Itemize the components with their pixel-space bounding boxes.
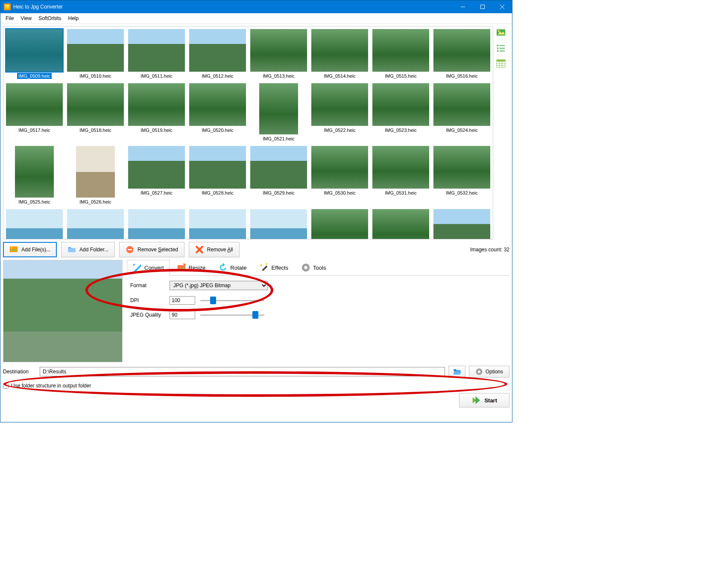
thumbnail-item[interactable]: IMG_0523.heic bbox=[372, 82, 430, 143]
add-folder-button[interactable]: Add Folder... bbox=[61, 242, 115, 257]
tab-rotate[interactable]: Rotate bbox=[213, 260, 252, 275]
thumbnail-item[interactable]: IMG_0529.heic bbox=[249, 145, 308, 206]
tab-tools[interactable]: Tools bbox=[296, 260, 331, 275]
thumbnail-item[interactable]: IMG_0532.heic bbox=[433, 145, 491, 206]
remove-selected-label: Remove Selected bbox=[138, 247, 178, 253]
tab-rotate-label: Rotate bbox=[230, 265, 246, 271]
thumbnail-item[interactable]: IMG_0539.heic bbox=[372, 208, 430, 239]
thumbnail-item[interactable]: IMG_0536.heic bbox=[188, 208, 247, 239]
thumbnail-filename: IMG_0523.heic bbox=[383, 127, 418, 133]
menu-softorbits[interactable]: SoftOrbits bbox=[35, 14, 64, 23]
thumbnail-item[interactable]: IMG_0511.heic bbox=[127, 28, 186, 80]
thumbnail-filename: IMG_0524.heic bbox=[445, 127, 479, 133]
tab-effects[interactable]: Effects bbox=[254, 260, 294, 275]
svg-rect-13 bbox=[497, 60, 505, 62]
menu-view[interactable]: View bbox=[17, 14, 35, 23]
thumbnail-item[interactable]: IMG_0540.heic bbox=[433, 208, 491, 239]
menu-help[interactable]: Help bbox=[65, 14, 82, 23]
gear-icon bbox=[475, 368, 483, 376]
format-select[interactable]: JPG (*.jpg) JPEG Bitmap bbox=[170, 281, 268, 290]
remove-all-label: Remove All bbox=[207, 247, 233, 253]
thumbnail-item[interactable]: IMG_0538.heic bbox=[310, 208, 369, 239]
thumbnail-filename: IMG_0509.heic bbox=[17, 73, 52, 79]
remove-selected-button[interactable]: Remove Selected bbox=[119, 242, 184, 257]
view-list-icon[interactable] bbox=[495, 42, 507, 54]
dpi-input[interactable] bbox=[170, 296, 195, 305]
thumbnail-item[interactable]: IMG_0527.heic bbox=[127, 145, 186, 206]
thumbnail-item[interactable]: IMG_0534.heic bbox=[66, 208, 125, 239]
thumbnail-item[interactable]: IMG_0522.heic bbox=[310, 82, 369, 143]
menu-file[interactable]: File bbox=[2, 14, 17, 23]
browse-button[interactable] bbox=[448, 366, 465, 378]
thumbnail-item[interactable]: IMG_0521.heic bbox=[249, 82, 308, 143]
thumbnail-grid[interactable]: IMG_0509.heicIMG_0510.heicIMG_0511.heicI… bbox=[3, 26, 493, 239]
thumbnail-image bbox=[128, 83, 185, 126]
tab-effects-label: Effects bbox=[272, 265, 289, 271]
quality-slider[interactable] bbox=[200, 314, 264, 316]
maximize-button[interactable] bbox=[473, 0, 492, 13]
svg-point-35 bbox=[304, 266, 307, 269]
thumbnail-filename: IMG_0528.heic bbox=[200, 190, 235, 196]
svg-rect-12 bbox=[499, 51, 505, 52]
thumbnail-image bbox=[250, 29, 307, 72]
tab-resize[interactable]: Resize bbox=[171, 260, 211, 275]
minimize-button[interactable] bbox=[453, 0, 473, 13]
tab-convert-label: Convert bbox=[144, 265, 164, 271]
thumbnail-image bbox=[128, 209, 185, 239]
thumbnail-item[interactable]: IMG_0515.heic bbox=[372, 28, 430, 80]
svg-point-6 bbox=[498, 30, 500, 32]
thumbnail-item[interactable]: IMG_0528.heic bbox=[188, 145, 247, 206]
format-label: Format bbox=[130, 282, 164, 288]
thumbnail-image bbox=[67, 209, 124, 239]
options-button[interactable]: Options bbox=[469, 366, 509, 378]
tab-tools-label: Tools bbox=[313, 265, 326, 271]
folder-structure-checkbox[interactable] bbox=[3, 383, 9, 389]
thumbnail-image bbox=[189, 83, 246, 126]
thumbnail-item[interactable]: IMG_0524.heic bbox=[433, 82, 491, 143]
thumbnail-item[interactable]: IMG_0509.heic bbox=[5, 28, 64, 80]
add-files-button[interactable]: Add File(s)... bbox=[3, 242, 57, 257]
thumbnail-item[interactable]: IMG_0519.heic bbox=[127, 82, 186, 143]
thumbnail-item[interactable]: IMG_0525.heic bbox=[5, 145, 64, 206]
convert-icon bbox=[132, 263, 142, 273]
tab-bar: Convert Resize Rotate Effects bbox=[127, 260, 509, 276]
thumbnail-item[interactable]: IMG_0517.heic bbox=[5, 82, 64, 143]
thumbnail-item[interactable]: IMG_0535.heic bbox=[127, 208, 186, 239]
thumbnail-item[interactable]: IMG_0510.heic bbox=[66, 28, 125, 80]
thumbnail-item[interactable]: IMG_0530.heic bbox=[310, 145, 369, 206]
thumbnail-item[interactable]: IMG_0518.heic bbox=[66, 82, 125, 143]
thumbnail-item[interactable]: IMG_0520.heic bbox=[188, 82, 247, 143]
quality-label: JPEG Quality bbox=[130, 312, 164, 318]
thumbnail-item[interactable]: IMG_0514.heic bbox=[310, 28, 369, 80]
svg-point-9 bbox=[497, 47, 499, 49]
svg-marker-27 bbox=[133, 264, 136, 266]
thumbnail-item[interactable]: IMG_0531.heic bbox=[372, 145, 430, 206]
add-folder-label: Add Folder... bbox=[79, 247, 108, 253]
view-thumbnails-icon[interactable] bbox=[495, 27, 507, 39]
tab-convert[interactable]: Convert bbox=[127, 260, 170, 276]
svg-point-7 bbox=[497, 45, 499, 47]
thumbnail-filename: IMG_0532.heic bbox=[445, 190, 479, 196]
folder-structure-label: Use folder structure in output folder bbox=[11, 383, 91, 389]
thumbnail-item[interactable]: IMG_0513.heic bbox=[249, 28, 308, 80]
thumbnail-item[interactable]: IMG_0512.heic bbox=[188, 28, 247, 80]
svg-rect-23 bbox=[128, 249, 132, 250]
thumbnail-image bbox=[259, 83, 298, 135]
remove-all-button[interactable]: Remove All bbox=[189, 242, 240, 257]
start-button[interactable]: Start bbox=[459, 393, 509, 408]
close-button[interactable] bbox=[492, 0, 512, 13]
destination-input[interactable] bbox=[40, 367, 445, 376]
thumbnail-image bbox=[128, 29, 185, 72]
svg-marker-39 bbox=[476, 396, 480, 404]
svg-rect-10 bbox=[499, 48, 505, 49]
dpi-slider[interactable] bbox=[200, 300, 264, 301]
svg-point-21 bbox=[11, 247, 12, 248]
thumbnail-item[interactable]: IMG_0516.heic bbox=[433, 28, 491, 80]
quality-input[interactable] bbox=[170, 311, 195, 319]
thumbnail-image bbox=[128, 146, 185, 189]
thumbnail-item[interactable]: IMG_0526.heic bbox=[66, 145, 125, 206]
view-details-icon[interactable] bbox=[495, 58, 507, 70]
thumbnail-item[interactable]: IMG_0533.heic bbox=[5, 208, 64, 239]
thumbnail-item[interactable]: IMG_0537.heic bbox=[249, 208, 308, 239]
thumbnail-image bbox=[311, 146, 368, 189]
